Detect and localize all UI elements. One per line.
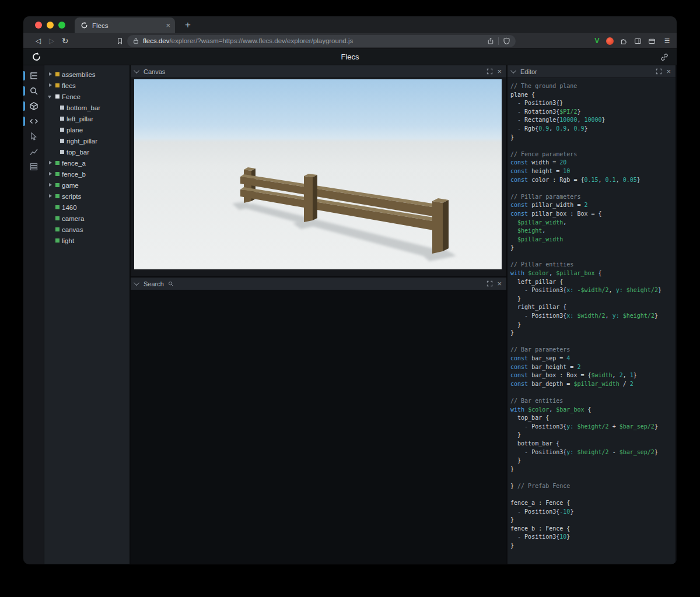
code-line: const height = 10 xyxy=(510,167,673,176)
expand-icon[interactable] xyxy=(48,194,53,199)
browser-window: Flecs × + ◁ ▷ ↻ flecs.dev/explorer/?wasm… xyxy=(23,16,677,564)
code-line: left_pillar { xyxy=(510,278,673,287)
entity-tree-icon[interactable] xyxy=(23,69,44,82)
extensions-puzzle-icon[interactable] xyxy=(620,37,628,45)
tab-close-icon[interactable]: × xyxy=(166,22,170,29)
code-line: } // Prefab Fence xyxy=(510,482,673,491)
leaf-marker xyxy=(48,238,53,243)
back-button[interactable]: ◁ xyxy=(32,37,45,45)
share-link-icon[interactable] xyxy=(660,53,668,61)
app-body: assembliesflecsFencebottom_barleft_pilla… xyxy=(23,65,677,564)
tree-item-right_pillar[interactable]: right_pillar xyxy=(44,135,130,146)
tree-item-plane[interactable]: plane xyxy=(44,124,130,135)
fence-right-pillar xyxy=(432,198,449,254)
code-line xyxy=(510,142,673,150)
entity-kind-square xyxy=(55,227,60,231)
code-line: const bar_height = 2 xyxy=(510,363,673,372)
forward-button[interactable]: ▷ xyxy=(45,37,58,45)
tree-item-fence_a[interactable]: fence_a xyxy=(44,157,130,168)
collapse-caret-icon[interactable] xyxy=(510,68,516,73)
search-panel: Search × xyxy=(131,278,506,564)
search-icon[interactable] xyxy=(23,85,44,97)
canvas-panel-header: Canvas × xyxy=(131,65,506,78)
expand-panel-icon[interactable] xyxy=(656,68,662,75)
code-line: right_pillar { xyxy=(510,303,673,312)
entity-kind-square xyxy=(60,139,64,143)
tree-item-canvas[interactable]: canvas xyxy=(44,224,130,235)
leaf-marker xyxy=(52,116,58,121)
tree-item-left_pillar[interactable]: left_pillar xyxy=(44,113,130,124)
flecs-logo-icon[interactable] xyxy=(32,52,41,62)
tree-item-light[interactable]: light xyxy=(44,235,130,246)
fence-middle-pillar xyxy=(304,174,317,222)
tree-item-top_bar[interactable]: top_bar xyxy=(44,146,130,157)
code-line: $pillar_width, xyxy=(510,219,673,227)
leaf-marker xyxy=(52,138,58,143)
tree-item-bottom_bar[interactable]: bottom_bar xyxy=(44,102,130,113)
tree-item-Fence[interactable]: Fence xyxy=(44,91,130,102)
editor-code[interactable]: // The ground planeplane { - Position3{}… xyxy=(508,78,676,564)
share-icon[interactable] xyxy=(487,37,494,45)
code-line: - Position3{y: $height/2 - $bar_sep/2} xyxy=(510,448,673,457)
sidebar-toggle-icon[interactable] xyxy=(634,37,642,45)
code-line: const width = 20 xyxy=(510,159,673,167)
tree-item-game[interactable]: game xyxy=(44,180,130,191)
search-results-area[interactable] xyxy=(131,290,506,564)
tree-item-label: assemblies xyxy=(62,71,96,78)
entity-kind-square xyxy=(55,216,60,220)
wallet-icon[interactable] xyxy=(648,37,656,45)
entity-kind-square xyxy=(60,106,64,110)
tree-item-scripts[interactable]: scripts xyxy=(44,191,130,202)
tree-item-label: light xyxy=(62,237,74,244)
scene-cube-icon[interactable] xyxy=(23,100,44,113)
tree-item-label: 1460 xyxy=(62,204,77,211)
collapse-caret-icon[interactable] xyxy=(134,68,139,73)
expand-icon[interactable] xyxy=(48,160,53,166)
minimize-window-button[interactable] xyxy=(47,22,54,29)
tree-item-flecs[interactable]: flecs xyxy=(44,80,130,91)
menu-icon[interactable]: ≡ xyxy=(664,36,670,46)
tree-item-label: fence_b xyxy=(62,171,86,178)
tree-item-camera[interactable]: camera xyxy=(44,213,130,224)
tree-item-1460[interactable]: 1460 xyxy=(44,202,130,213)
expand-panel-icon[interactable] xyxy=(487,68,493,75)
code-line: // Pillar entities xyxy=(510,261,673,269)
code-line xyxy=(510,338,673,346)
memory-rows-icon[interactable] xyxy=(23,160,44,173)
close-window-button[interactable] xyxy=(35,22,42,29)
stats-chart-icon[interactable] xyxy=(23,145,44,158)
inspector-cursor-icon[interactable] xyxy=(23,130,44,143)
code-line xyxy=(510,473,673,482)
code-editor-icon[interactable] xyxy=(23,115,44,128)
brave-shield-icon[interactable] xyxy=(503,37,510,45)
canvas-3d-view[interactable] xyxy=(134,79,502,269)
expand-panel-icon[interactable] xyxy=(487,280,493,287)
extension-red-icon[interactable] xyxy=(606,37,614,45)
expand-icon[interactable] xyxy=(48,182,53,188)
expand-icon[interactable] xyxy=(48,72,53,77)
address-bar[interactable]: flecs.dev/explorer/?wasm=https://www.fle… xyxy=(127,35,516,47)
reload-button[interactable]: ↻ xyxy=(58,36,72,45)
close-panel-icon[interactable]: × xyxy=(497,68,502,75)
collapse-icon[interactable] xyxy=(48,94,53,99)
entity-kind-square xyxy=(55,205,60,209)
expand-icon[interactable] xyxy=(48,171,53,177)
code-line: - Position3{y: $height/2 + $bar_sep/2} xyxy=(510,423,673,431)
extension-v-icon[interactable]: V xyxy=(594,37,599,45)
code-line: with $color, $pillar_box { xyxy=(510,269,673,278)
tree-item-assemblies[interactable]: assemblies xyxy=(44,69,130,80)
collapse-caret-icon[interactable] xyxy=(134,280,139,286)
close-panel-icon[interactable]: × xyxy=(497,280,502,287)
zoom-window-button[interactable] xyxy=(58,22,65,29)
tree-item-fence_b[interactable]: fence_b xyxy=(44,168,130,180)
expand-icon[interactable] xyxy=(48,83,53,88)
new-tab-button[interactable]: + xyxy=(181,18,195,32)
tab-title: Flecs xyxy=(92,22,162,29)
close-panel-icon[interactable]: × xyxy=(666,68,671,75)
bookmark-icon[interactable] xyxy=(116,37,124,45)
code-line: // Pillar parameters xyxy=(510,193,673,202)
browser-toolbar: ◁ ▷ ↻ flecs.dev/explorer/?wasm=https://w… xyxy=(23,33,677,49)
browser-tab[interactable]: Flecs × xyxy=(75,17,175,33)
canvas-panel: Canvas × xyxy=(131,65,506,276)
code-line: } xyxy=(510,134,673,142)
